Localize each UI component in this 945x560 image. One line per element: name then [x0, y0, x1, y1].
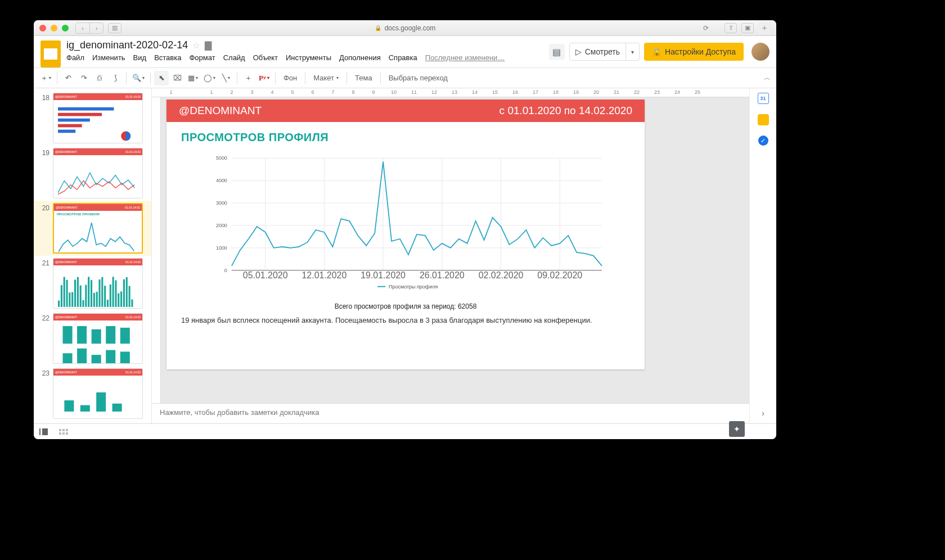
svg-rect-15	[80, 286, 82, 307]
svg-rect-35	[63, 326, 73, 344]
slide-thumb[interactable]: 21@DENOMINANT01.01-14.02	[34, 256, 151, 311]
svg-rect-36	[77, 326, 87, 344]
slides-logo-icon[interactable]	[40, 40, 61, 67]
svg-rect-27	[112, 277, 114, 307]
shape-tool[interactable]: ◯▾	[201, 71, 218, 85]
textbox-tool[interactable]: ⌧	[170, 71, 184, 85]
calendar-icon[interactable]: 31	[758, 93, 769, 104]
keep-icon[interactable]	[758, 114, 769, 125]
maximize-window-button[interactable]	[62, 25, 69, 31]
svg-text:05.01.2020: 05.01.2020	[243, 270, 288, 280]
svg-rect-24	[104, 286, 106, 307]
menu-file[interactable]: Файл	[66, 53, 84, 62]
new-tab-button[interactable]: ＋	[758, 22, 771, 34]
account-avatar[interactable]	[752, 43, 770, 61]
svg-text:02.02.2020: 02.02.2020	[479, 270, 524, 280]
svg-rect-2	[58, 119, 90, 122]
present-menu-button[interactable]: ▾	[626, 43, 639, 60]
menu-tools[interactable]: Инструменты	[286, 53, 331, 62]
theme-button[interactable]: Тема	[350, 71, 377, 85]
slide-handle: @DENOMINANT	[179, 105, 262, 117]
slide-thumb[interactable]: 18@DENOMINANT01.01-14.02	[34, 91, 151, 146]
line-tool[interactable]: ╲▾	[219, 71, 233, 85]
comments-button[interactable]: ▤	[549, 44, 565, 60]
menu-format[interactable]: Формат	[189, 53, 215, 62]
comment-tool[interactable]: ＋	[241, 71, 255, 85]
slide-section-title: ПРОСМОТРОВ ПРОФИЛЯ	[166, 122, 645, 147]
slide-thumb[interactable]: 19@DENOMINANT01.01-14.02	[34, 146, 151, 201]
explore-button[interactable]: ✦	[729, 421, 745, 437]
doc-title[interactable]: ig_denominant-2020-02-14	[66, 39, 188, 51]
speaker-notes[interactable]: Нажмите, чтобы добавить заметки докладчи…	[152, 403, 749, 423]
last-edit-link[interactable]: Последнее изменени…	[425, 53, 505, 62]
svg-rect-34	[131, 299, 133, 307]
slide-viewport[interactable]: @DENOMINANT с 01.01.2020 по 14.02.2020 П…	[161, 97, 749, 403]
menu-object[interactable]: Объект	[253, 53, 278, 62]
grid-view-button[interactable]	[59, 429, 68, 435]
print-button[interactable]: ⎙	[92, 71, 107, 85]
paint-format-button[interactable]: ⟆	[108, 71, 123, 85]
play-icon: ▷	[575, 47, 582, 56]
bottom-bar: ✦	[34, 423, 776, 439]
slide-thumb[interactable]: 22@DENOMINANT01.01-14.02	[34, 311, 151, 366]
svg-rect-32	[126, 277, 128, 307]
transition-button[interactable]: Выбрать переход	[384, 71, 452, 85]
chart-total-line: Всего просмотров профиля за период: 6205…	[166, 302, 645, 310]
sidepanel-expand-button[interactable]: ›	[762, 409, 764, 418]
redo-button[interactable]: ↷	[76, 71, 91, 85]
layout-button[interactable]: Макет▾	[309, 71, 343, 85]
collapse-sidepanel-button[interactable]: ︿	[764, 73, 771, 83]
forward-button[interactable]: ›	[89, 23, 103, 33]
menu-view[interactable]: Вид	[133, 53, 147, 62]
browser-titlebar: ‹ › ▥ 🔒 docs.google.com ⟳ ⇧ ▣ ＋	[34, 20, 776, 36]
slide-thumb[interactable]: 20@DENOMINANT01.01-14.02ПРОСМОТРОВ ПРОФИ…	[34, 201, 151, 256]
thumb-number: 19	[37, 148, 50, 157]
svg-rect-18	[88, 277, 89, 306]
menu-insert[interactable]: Вставка	[154, 53, 181, 62]
new-slide-button[interactable]: ＋▾	[38, 71, 53, 85]
thumb-number: 21	[37, 258, 50, 267]
script-tool[interactable]: РУ▾	[256, 71, 272, 85]
zoom-button[interactable]: 🔍▾	[130, 71, 147, 85]
tabs-button[interactable]: ▣	[741, 23, 754, 33]
svg-rect-19	[91, 280, 92, 307]
present-label: Смотреть	[585, 47, 620, 56]
star-icon[interactable]: ☆	[192, 40, 200, 51]
tasks-icon[interactable]: ✓	[758, 136, 768, 146]
svg-rect-7	[58, 301, 60, 307]
menu-edit[interactable]: Изменить	[92, 53, 125, 62]
slide-thumb[interactable]: 23@DENOMINANT01.01-14.02	[34, 366, 151, 421]
svg-rect-33	[129, 286, 130, 307]
back-button[interactable]: ‹	[76, 23, 89, 33]
toolbar: ＋▾ ↶ ↷ ⎙ ⟆ 🔍▾ ⬉ ⌧ ▦▾ ◯▾ ╲▾ ＋ РУ▾ Фон Мак…	[34, 68, 776, 88]
menu-slide[interactable]: Слайд	[223, 53, 245, 62]
reload-button[interactable]: ⟳	[703, 24, 709, 32]
workspace: 18@DENOMINANT01.01-14.02 19@DENOMINANT01…	[34, 88, 776, 423]
thumb-number: 23	[37, 368, 50, 377]
image-tool[interactable]: ▦▾	[186, 71, 200, 85]
filmstrip-view-button[interactable]	[39, 428, 48, 435]
slide[interactable]: @DENOMINANT с 01.01.2020 по 14.02.2020 П…	[166, 100, 645, 369]
slide-thumbnails[interactable]: 18@DENOMINANT01.01-14.02 19@DENOMINANT01…	[34, 88, 152, 423]
select-tool[interactable]: ⬉	[154, 71, 169, 85]
tab-overview-button[interactable]: ▥	[108, 23, 122, 33]
chart: 01000200030004000500005.01.202012.01.202…	[198, 150, 613, 301]
share-button[interactable]: 🔒 Настройки Доступа	[644, 43, 744, 61]
thumb-number: 18	[37, 93, 50, 102]
svg-rect-43	[106, 350, 115, 364]
url-bar[interactable]: 🔒 docs.google.com	[375, 24, 436, 32]
menu-addons[interactable]: Дополнения	[339, 53, 381, 62]
minimize-window-button[interactable]	[51, 25, 57, 31]
url-text: docs.google.com	[385, 24, 436, 32]
present-button[interactable]: ▷ Смотреть	[570, 47, 626, 56]
svg-rect-23	[101, 277, 103, 307]
move-folder-icon[interactable]: ▇	[205, 40, 212, 51]
undo-button[interactable]: ↶	[61, 71, 75, 85]
background-button[interactable]: Фон	[279, 71, 302, 85]
svg-text:26.01.2020: 26.01.2020	[420, 270, 465, 280]
close-window-button[interactable]	[39, 25, 46, 31]
share-page-button[interactable]: ⇧	[724, 23, 737, 33]
svg-rect-48	[112, 404, 122, 412]
menu-help[interactable]: Справка	[389, 53, 417, 62]
svg-rect-44	[120, 351, 130, 364]
